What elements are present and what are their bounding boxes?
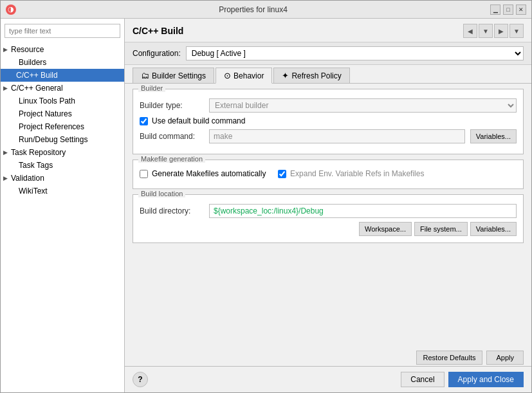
- minimize-button[interactable]: ▁: [490, 5, 500, 15]
- build-cmd-input[interactable]: [209, 129, 465, 143]
- tab-refresh-policy[interactable]: ✦ Refresh Policy: [273, 68, 349, 83]
- back-button[interactable]: ◀: [463, 24, 477, 38]
- workspace-btn[interactable]: Workspace...: [359, 222, 412, 236]
- close-button[interactable]: ✕: [516, 5, 526, 15]
- build-dir-label: Build directory:: [140, 206, 204, 215]
- content-area: ▶ Resource Builders C/C++ Build ▶ C/C++ …: [1, 19, 531, 392]
- behavior-icon: ⊙: [224, 71, 231, 80]
- apply-button[interactable]: Apply: [486, 351, 524, 365]
- build-location-group-content: Build directory: Workspace... File syste…: [133, 195, 523, 242]
- makefile-group: Makefile generation Generate Makefiles a…: [133, 160, 524, 189]
- builder-group: Builder Builder type: External builder U…: [133, 89, 524, 154]
- filesystem-btn[interactable]: File system...: [414, 222, 468, 236]
- config-label: Configuration:: [133, 49, 181, 58]
- use-default-checkbox[interactable]: [140, 117, 148, 125]
- builder-type-label: Builder type:: [140, 101, 204, 110]
- tabs-container: 🗂 Builder Settings ⊙ Behavior ✦ Refresh …: [125, 65, 531, 84]
- sidebar-item-resource[interactable]: ▶ Resource: [1, 43, 124, 56]
- sidebar-item-cpp-general[interactable]: ▶ C/C++ General: [1, 82, 124, 95]
- builder-group-label: Builder: [138, 84, 165, 92]
- sidebar-item-builders[interactable]: Builders: [1, 56, 124, 69]
- gen-makefiles-label: Generate Makefiles automatically: [152, 169, 266, 178]
- tab-builder-settings[interactable]: 🗂 Builder Settings: [133, 68, 214, 83]
- main-panel: C/C++ Build ◀ ▼ ▶ ▼ Configuration: Debug…: [125, 19, 531, 392]
- build-location-group: Build location Build directory: Workspac…: [133, 194, 524, 243]
- builder-type-select[interactable]: External builder: [209, 98, 517, 113]
- window-controls: ▁ □ ✕: [490, 5, 526, 15]
- panel-header: C/C++ Build ◀ ▼ ▶ ▼: [125, 19, 531, 42]
- forward-button[interactable]: ▶: [494, 24, 508, 38]
- makefile-group-label: Makefile generation: [138, 155, 205, 163]
- properties-dialog: ◑ Properties for linux4 ▁ □ ✕ ▶ Resource…: [0, 0, 532, 393]
- sidebar-item-project-refs[interactable]: Project References: [1, 120, 124, 133]
- variables-btn-2[interactable]: Variables...: [470, 222, 517, 236]
- expand-env-label: Expand Env. Variable Refs in Makefiles: [290, 169, 424, 178]
- panel-body: Builder Builder type: External builder U…: [125, 84, 531, 347]
- sidebar-item-task-tags[interactable]: Task Tags: [1, 159, 124, 172]
- sidebar-item-wikitext[interactable]: WikiText: [1, 185, 124, 197]
- maximize-button[interactable]: □: [503, 5, 513, 15]
- variables-btn-1[interactable]: Variables...: [470, 129, 517, 143]
- restore-apply-row: Restore Defaults Apply: [125, 347, 531, 366]
- restore-defaults-button[interactable]: Restore Defaults: [416, 351, 483, 365]
- builder-type-row: Builder type: External builder: [140, 98, 517, 113]
- nav-menu-button[interactable]: ▼: [509, 24, 524, 38]
- build-cmd-row: Build command: Variables...: [140, 129, 517, 143]
- filter-input[interactable]: [5, 24, 120, 38]
- app-icon: ◑: [6, 5, 16, 15]
- sidebar-item-linux-tools[interactable]: Linux Tools Path: [1, 95, 124, 107]
- expand-icon: ▶: [3, 175, 10, 181]
- sidebar-item-cpp-build[interactable]: C/C++ Build: [1, 69, 124, 82]
- build-dir-buttons: Workspace... File system... Variables...: [140, 222, 517, 236]
- cancel-button[interactable]: Cancel: [401, 372, 444, 387]
- gen-makefiles-checkbox[interactable]: [140, 170, 148, 178]
- use-default-label: Use default build command: [152, 116, 245, 125]
- tab-behavior[interactable]: ⊙ Behavior: [216, 68, 272, 84]
- config-row: Configuration: Debug [ Active ]: [125, 42, 531, 65]
- sidebar-item-project-natures[interactable]: Project Natures: [1, 107, 124, 120]
- bottom-bar: ? Cancel Apply and Close: [125, 366, 531, 392]
- titlebar: ◑ Properties for linux4 ▁ □ ✕: [1, 1, 531, 19]
- sidebar-item-validation[interactable]: ▶ Validation: [1, 172, 124, 185]
- apply-close-button[interactable]: Apply and Close: [448, 372, 524, 387]
- build-location-group-label: Build location: [138, 190, 185, 197]
- nav-dropdown-button[interactable]: ▼: [479, 24, 493, 38]
- window-title: Properties for linux4: [16, 5, 490, 14]
- help-button[interactable]: ?: [133, 372, 148, 387]
- nav-arrows: ◀ ▼ ▶ ▼: [463, 24, 524, 38]
- config-select[interactable]: Debug [ Active ]: [186, 46, 524, 60]
- use-default-row: Use default build command: [140, 116, 517, 125]
- sidebar-item-task-repo[interactable]: ▶ Task Repository: [1, 146, 124, 159]
- builder-settings-icon: 🗂: [141, 71, 149, 80]
- gen-makefiles-row: Generate Makefiles automatically Expand …: [140, 169, 517, 178]
- active-indicator: [8, 72, 15, 78]
- expand-env-checkbox[interactable]: [278, 170, 286, 178]
- build-dir-input[interactable]: [209, 204, 517, 218]
- expand-icon: ▶: [3, 85, 10, 91]
- sidebar: ▶ Resource Builders C/C++ Build ▶ C/C++ …: [1, 19, 125, 392]
- refresh-icon: ✦: [282, 71, 289, 80]
- build-dir-row: Build directory:: [140, 204, 517, 218]
- panel-title: C/C++ Build: [133, 26, 183, 36]
- makefile-group-content: Generate Makefiles automatically Expand …: [133, 160, 523, 188]
- expand-icon: ▶: [3, 149, 10, 156]
- build-cmd-label: Build command:: [140, 132, 204, 141]
- expand-icon: ▶: [3, 46, 10, 53]
- bottom-right-buttons: Cancel Apply and Close: [401, 372, 524, 387]
- sidebar-item-run-debug[interactable]: Run/Debug Settings: [1, 133, 124, 146]
- builder-group-content: Builder type: External builder Use defau…: [133, 89, 523, 154]
